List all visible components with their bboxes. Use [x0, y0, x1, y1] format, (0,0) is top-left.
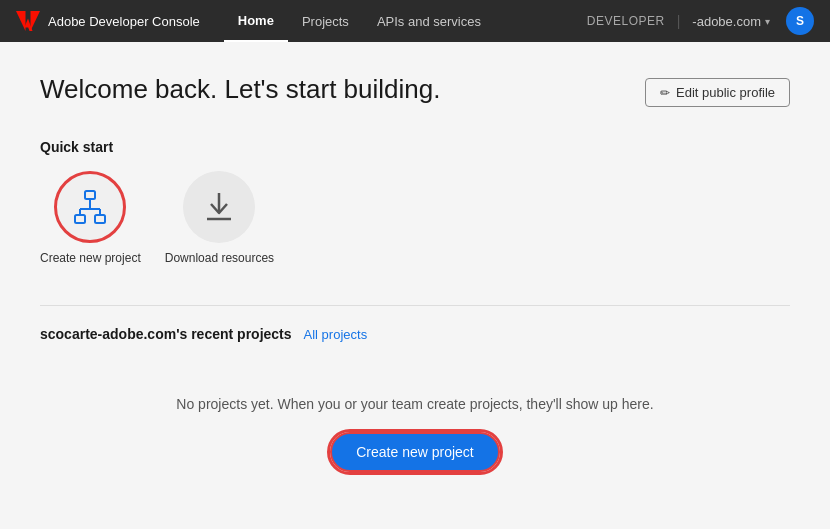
nav-projects[interactable]: Projects [288, 0, 363, 42]
chevron-down-icon: ▾ [765, 16, 770, 27]
create-project-label: Create new project [40, 251, 141, 265]
create-new-project-button[interactable]: Create new project [330, 432, 500, 472]
nav-apis[interactable]: APIs and services [363, 0, 495, 42]
logo-group: Adobe Developer Console [16, 11, 200, 31]
header: Adobe Developer Console Home Projects AP… [0, 0, 830, 42]
header-right: DEVELOPER | -adobe.com ▾ S [587, 7, 814, 35]
download-icon [201, 189, 237, 225]
account-name: -adobe.com [692, 14, 761, 29]
recent-projects-title: scocarte-adobe.com's recent projects [40, 326, 292, 342]
download-resources-label: Download resources [165, 251, 274, 265]
svg-rect-1 [75, 215, 85, 223]
empty-message: No projects yet. When you or your team c… [176, 396, 653, 412]
all-projects-link[interactable]: All projects [304, 327, 368, 342]
adobe-logo-icon [16, 11, 40, 31]
download-resources-icon-circle [183, 171, 255, 243]
nav-home[interactable]: Home [224, 0, 288, 42]
welcome-row: Welcome back. Let's start building. Edit… [40, 74, 790, 107]
svg-rect-0 [85, 191, 95, 199]
create-project-card[interactable]: Create new project [40, 171, 141, 265]
edit-profile-button[interactable]: Edit public profile [645, 78, 790, 107]
edit-profile-label: Edit public profile [676, 85, 775, 100]
main-content: Welcome back. Let's start building. Edit… [0, 42, 830, 529]
welcome-title: Welcome back. Let's start building. [40, 74, 440, 105]
recent-projects-row: scocarte-adobe.com's recent projects All… [40, 305, 790, 342]
org-chart-icon [72, 189, 108, 225]
quick-start-section-label: Quick start [40, 139, 790, 155]
empty-state: No projects yet. When you or your team c… [40, 366, 790, 492]
pencil-icon [660, 85, 670, 100]
quick-start-cards: Create new project Download resources [40, 171, 790, 265]
developer-label: DEVELOPER [587, 14, 665, 28]
avatar[interactable]: S [786, 7, 814, 35]
main-nav: Home Projects APIs and services [224, 0, 587, 42]
header-divider: | [677, 13, 681, 29]
svg-rect-2 [95, 215, 105, 223]
account-menu[interactable]: -adobe.com ▾ [692, 14, 770, 29]
create-project-icon-circle [54, 171, 126, 243]
app-name: Adobe Developer Console [48, 14, 200, 29]
download-resources-card[interactable]: Download resources [165, 171, 274, 265]
